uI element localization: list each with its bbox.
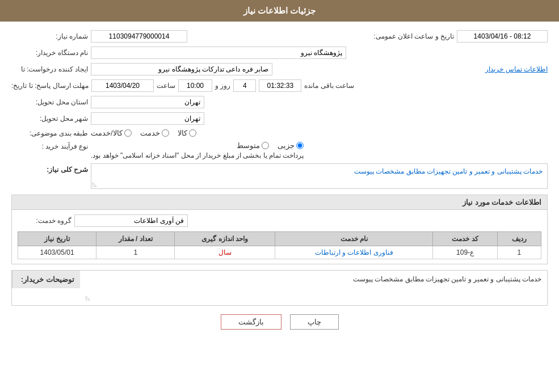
tabaqe-khedmat[interactable]: خدمت — [140, 129, 169, 137]
services-table: ردیف کد خدمت نام خدمت واحد اندازه گیری ت… — [18, 231, 541, 259]
table-row: 1 ع-109 فناوری اطلاعات و ارتباطات سال 1 … — [18, 246, 541, 259]
sharh-row: شرح کلی نیاز: خدمات پشتیبانی و تعمیر و ت… — [11, 163, 548, 189]
tabaqe-kala-khedmat[interactable]: کالا/خدمت — [91, 129, 132, 137]
nooe-radios: متوسط جزیی — [237, 141, 304, 150]
gorooh-row: گروه خدمت: — [18, 214, 541, 227]
cell-tedad: 1 — [96, 246, 175, 259]
shahr-label: شهر محل تحویل: — [11, 115, 91, 123]
mohlat-row: مهلت ارسال پاسخ: تا تاریخ: ساعت روز و سا… — [11, 79, 548, 92]
ostan-row: استان محل تحویل: — [11, 96, 548, 108]
mohlat-date[interactable] — [91, 79, 154, 92]
nooe-jozi[interactable]: جزیی — [278, 141, 304, 150]
sharh-label: شرح کلی نیاز: — [11, 163, 91, 174]
ijad-row: ایجاد کننده درخواست: تا اطلاعات تماس خری… — [11, 63, 548, 75]
col-tedad: تعداد / مقدار — [96, 232, 175, 246]
khadamat-section: اطلاعات خدمات مورد نیاز گروه خدمت: ردیف … — [11, 195, 548, 264]
sharh-value: خدمات پشتیبانی و تعمیر و تامین تجهیزات م… — [354, 167, 543, 175]
tabaqe-kala-label: کالا — [178, 129, 187, 137]
cell-nam[interactable]: فناوری اطلاعات و ارتباطات — [275, 246, 433, 259]
namdastgah-input[interactable] — [91, 47, 346, 59]
shahr-input[interactable] — [91, 112, 204, 125]
nooe-label: نوع فرآیند خرید : — [11, 141, 91, 150]
nooe-motevaset-label: متوسط — [237, 141, 260, 150]
tozihat-value: خدمات پشتیبانی و تعمیر و تامین تجهیزات م… — [353, 275, 541, 283]
col-tarikh: تاریخ نیاز — [18, 232, 96, 246]
namdastgah-label: نام دستگاه خریدار: — [11, 49, 91, 57]
tozihat-row: توضیحات خریدار: خدمات پشتیبانی و تعمیر و… — [12, 271, 547, 305]
cell-kod: ع-109 — [433, 246, 498, 259]
ijad-label: ایجاد کننده درخواست: تا — [11, 65, 91, 73]
gorooh-label: گروه خدمت: — [18, 217, 74, 225]
col-kod: کد خدمت — [433, 232, 498, 246]
cell-tarikh: 1403/05/01 — [18, 246, 96, 259]
cell-radif: 1 — [497, 246, 541, 259]
tarikh-input[interactable] — [457, 30, 548, 43]
shmare-label: شماره نیاز: — [11, 32, 91, 40]
nooe-motevaset[interactable]: متوسط — [237, 141, 269, 150]
khadamat-body: گروه خدمت: ردیف کد خدمت نام خدمت واحد ان… — [12, 210, 547, 264]
mohlat-time[interactable] — [178, 79, 212, 92]
actions-row: چاپ بازگشت — [11, 314, 548, 330]
gorooh-input[interactable] — [74, 214, 188, 227]
shahr-row: شهر محل تحویل: — [11, 112, 548, 125]
ostan-label: استان محل تحویل: — [11, 98, 91, 106]
mohlat-remain-label: ساعت باقی مانده — [304, 82, 354, 90]
ostan-input[interactable] — [91, 96, 204, 108]
col-nam: نام خدمت — [275, 232, 433, 246]
print-button[interactable]: چاپ — [290, 314, 339, 330]
nooe-row: نوع فرآیند خرید : متوسط جزیی پرداخت تمام… — [11, 141, 548, 159]
col-vahed: واحد اندازه گیری — [175, 232, 275, 246]
tabaqe-row: طبقه بندی موضوعی: کالا/خدمت خدمت کالا — [11, 129, 548, 137]
tabaqe-label: طبقه بندی موضوعی: — [11, 129, 91, 137]
tarikh-label: تاریخ و ساعت اعلان عمومی: — [369, 32, 457, 40]
shmare-row: شماره نیاز: تاریخ و ساعت اعلان عمومی: — [11, 30, 548, 43]
tozihat-section: توضیحات خریدار: خدمات پشتیبانی و تعمیر و… — [11, 270, 548, 306]
mohlat-label: مهلت ارسال پاسخ: تا تاریخ: — [11, 82, 91, 90]
ijad-input[interactable] — [91, 63, 272, 75]
mohlat-roz-label: روز و — [215, 82, 230, 90]
khadamat-title: اطلاعات خدمات مورد نیاز — [12, 195, 547, 210]
mohlat-pieces: ساعت روز و ساعت باقی مانده — [91, 79, 354, 92]
tozihat-label: توضیحات خریدار: — [12, 271, 80, 288]
nooe-text: پرداخت تمام یا بخشی از مبلغ خریدار از مح… — [91, 151, 304, 159]
back-button[interactable]: بازگشت — [221, 314, 281, 330]
page-header: جزئیات اطلاعات نیاز — [0, 0, 559, 22]
tabaqe-khedmat-label: خدمت — [140, 129, 160, 137]
tabaqe-kala[interactable]: کالا — [178, 129, 196, 137]
shmare-input[interactable] — [91, 30, 187, 43]
mohlat-saat-label: ساعت — [157, 82, 175, 90]
nooe-jozi-label: جزیی — [278, 141, 295, 150]
tabaqe-kala-khedmat-label: کالا/خدمت — [91, 129, 123, 137]
mohlat-roz[interactable] — [233, 79, 256, 92]
col-radif: ردیف — [497, 232, 541, 246]
tozihat-content: خدمات پشتیبانی و تعمیر و تامین تجهیزات م… — [80, 271, 547, 305]
namdastgah-row: نام دستگاه خریدار: — [11, 47, 548, 59]
page-title: جزئیات اطلاعات نیاز — [243, 6, 316, 15]
mohlat-remain[interactable] — [259, 79, 301, 92]
contact-link[interactable]: اطلاعات تماس خریدار — [485, 65, 548, 73]
tabaqe-radiogroup: کالا/خدمت خدمت کالا — [91, 129, 196, 137]
nooe-content: متوسط جزیی پرداخت تمام یا بخشی از مبلغ خ… — [91, 141, 304, 159]
cell-vahed: سال — [175, 246, 275, 259]
